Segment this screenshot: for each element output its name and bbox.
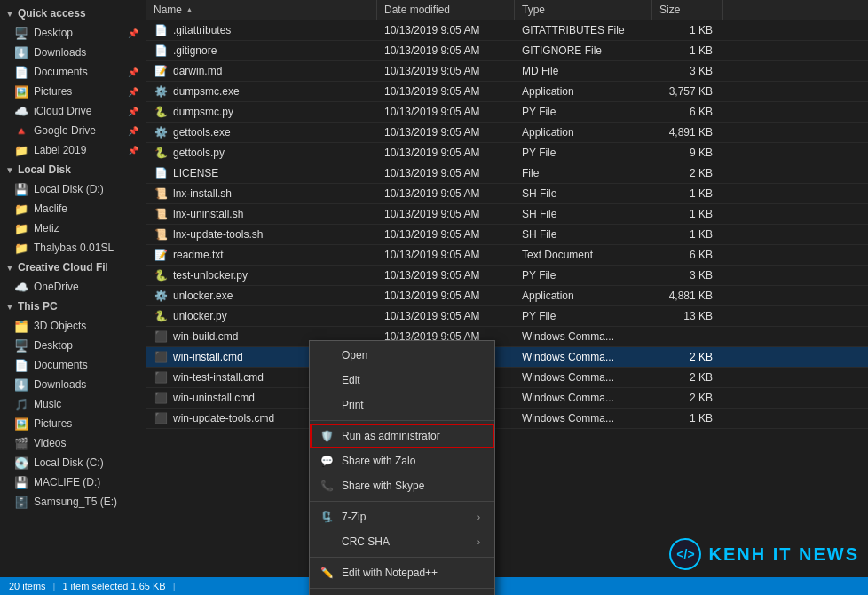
- sidebar-item-downloads-pc[interactable]: ⬇️ Downloads: [0, 375, 146, 394]
- sidebar-item-desktop-qa[interactable]: 🖥️ Desktop 📌: [0, 23, 146, 43]
- file-type-icon: ⚙️: [154, 289, 168, 303]
- sidebar-item-onedrive[interactable]: ☁️ OneDrive: [0, 277, 146, 297]
- context-menu-item-share-with-skype[interactable]: 📞Share with Skype: [310, 473, 494, 498]
- sidebar-item-documents-qa[interactable]: 📄 Documents 📌: [0, 62, 146, 82]
- this-pc-header[interactable]: ▼ This PC: [0, 297, 146, 316]
- table-row[interactable]: ⬛ win-update-tools.cmd 10/13/2019 9:05 A…: [146, 409, 868, 429]
- ctx-icon: [319, 347, 335, 363]
- file-size-cell: 3 KB: [652, 268, 723, 282]
- file-name: gettools.exe: [173, 126, 231, 139]
- table-row[interactable]: ⚙️ dumpsmc.exe 10/13/2019 9:05 AM Applic…: [146, 82, 868, 102]
- file-type-cell: Windows Comma...: [515, 411, 652, 425]
- file-size-cell: 2 KB: [652, 350, 723, 364]
- sidebar-item-pictures-qa[interactable]: 🖼️ Pictures 📌: [0, 82, 146, 101]
- file-name: win-update-tools.cmd: [173, 412, 274, 424]
- sidebar-item-samsung[interactable]: 🗄️ Samsung_T5 (E:): [0, 492, 146, 512]
- sidebar-item-maclife-d[interactable]: 💾 MACLIFE (D:): [0, 472, 146, 492]
- sidebar-item-gdrive[interactable]: 🔺 Google Drive 📌: [0, 121, 146, 140]
- table-row[interactable]: 📝 darwin.md 10/13/2019 9:05 AM MD File 3…: [146, 61, 868, 82]
- sidebar-item-3dobjects[interactable]: 🗂️ 3D Objects: [0, 316, 146, 336]
- table-row[interactable]: ⬛ win-test-install.cmd 10/13/2019 9:05 A…: [146, 368, 868, 388]
- table-row[interactable]: ⬛ win-install.cmd 10/13/2019 9:05 AM Win…: [146, 347, 868, 368]
- sidebar-item-thalybas[interactable]: 📁 Thalybas 0.01SL: [0, 238, 146, 258]
- file-type-icon: 📜: [154, 186, 168, 201]
- col-header-type[interactable]: Type: [515, 0, 652, 20]
- file-type-icon: ⬛: [154, 329, 168, 344]
- file-type-icon: 📝: [154, 248, 168, 262]
- sidebar-item-icloud[interactable]: ☁️ iCloud Drive 📌: [0, 101, 146, 121]
- sidebar-item-documents-pc[interactable]: 📄 Documents: [0, 355, 146, 375]
- file-type-icon: ⬛: [154, 391, 168, 405]
- sidebar-item-metiz[interactable]: 📁 Metiz: [0, 218, 146, 238]
- table-row[interactable]: ⚙️ unlocker.exe 10/13/2019 9:05 AM Appli…: [146, 286, 868, 306]
- ctx-divider: [310, 588, 494, 589]
- table-row[interactable]: 🐍 unlocker.py 10/13/2019 9:05 AM PY File…: [146, 306, 868, 327]
- separator1: |: [53, 581, 56, 591]
- context-menu-item-print[interactable]: Print: [310, 393, 494, 417]
- table-row[interactable]: 🐍 test-unlocker.py 10/13/2019 9:05 AM PY…: [146, 266, 868, 286]
- file-size-cell: 13 KB: [652, 309, 723, 323]
- sidebar-item-music[interactable]: 🎵 Music: [0, 394, 146, 414]
- table-row[interactable]: ⚙️ gettools.exe 10/13/2019 9:05 AM Appli…: [146, 123, 868, 143]
- ctx-icon: [319, 372, 335, 388]
- ctx-label: Open: [342, 349, 367, 361]
- docs-pc-icon: 📄: [14, 358, 28, 372]
- file-type-icon: ⬛: [154, 411, 168, 425]
- table-row[interactable]: ⬛ win-uninstall.cmd 10/13/2019 9:05 AM W…: [146, 388, 868, 409]
- table-row[interactable]: 📝 readme.txt 10/13/2019 9:05 AM Text Doc…: [146, 245, 868, 266]
- context-menu-item-share[interactable]: 🔗Share: [310, 591, 494, 595]
- context-menu-item-open[interactable]: Open: [310, 343, 494, 368]
- file-name: win-install.cmd: [173, 351, 243, 363]
- file-type-icon: 📄: [154, 23, 168, 37]
- sidebar-item-label2019[interactable]: 📁 Label 2019 📌: [0, 140, 146, 160]
- file-date-cell: 10/13/2019 9:05 AM: [377, 207, 515, 221]
- local-disk-header[interactable]: ▼ Local Disk: [0, 160, 146, 179]
- sidebar-item-local-d[interactable]: 💾 Local Disk (D:): [0, 179, 146, 199]
- 3d-icon: 🗂️: [14, 319, 28, 333]
- table-row[interactable]: 📜 lnx-update-tools.sh 10/13/2019 9:05 AM…: [146, 225, 868, 245]
- sidebar-item-local-c[interactable]: 💽 Local Disk (C:): [0, 453, 146, 472]
- table-row[interactable]: 📄 .gitattributes 10/13/2019 9:05 AM GITA…: [146, 20, 868, 41]
- table-row[interactable]: 📄 LICENSE 10/13/2019 9:05 AM File 2 KB: [146, 163, 868, 184]
- table-row[interactable]: 📜 lnx-install.sh 10/13/2019 9:05 AM SH F…: [146, 184, 868, 204]
- context-menu-item-7-zip[interactable]: 🗜️7-Zip›: [310, 504, 494, 529]
- creative-cloud-header[interactable]: ▼ Creative Cloud Fil: [0, 258, 146, 277]
- sidebar-item-pictures-pc[interactable]: 🖼️ Pictures: [0, 414, 146, 433]
- file-type-cell: PY File: [515, 309, 652, 323]
- table-row[interactable]: 📄 .gitignore 10/13/2019 9:05 AM GITIGNOR…: [146, 41, 868, 61]
- table-row[interactable]: 🐍 gettools.py 10/13/2019 9:05 AM PY File…: [146, 143, 868, 163]
- file-size-cell: 4,891 KB: [652, 125, 723, 139]
- file-size-cell: 1 KB: [652, 227, 723, 242]
- content-area: Name ▲ Date modified Type Size 📄 .gitatt…: [146, 0, 868, 577]
- context-menu-item-edit-with-notepad[interactable]: ✏️Edit with Notepad++: [310, 560, 494, 585]
- table-row[interactable]: 📜 lnx-uninstall.sh 10/13/2019 9:05 AM SH…: [146, 204, 868, 225]
- col-header-size[interactable]: Size: [652, 0, 723, 20]
- sidebar-item-downloads-qa[interactable]: ⬇️ Downloads: [0, 43, 146, 62]
- documents-icon: 📄: [14, 65, 28, 79]
- file-type-icon: 📜: [154, 227, 168, 242]
- context-menu-item-edit[interactable]: Edit: [310, 368, 494, 393]
- sidebar-item-desktop-pc[interactable]: 🖥️ Desktop: [0, 336, 146, 355]
- file-type-cell: Windows Comma...: [515, 391, 652, 405]
- ctx-divider: [310, 501, 494, 502]
- sidebar-item-videos[interactable]: 🎬 Videos: [0, 433, 146, 453]
- context-menu: OpenEditPrint🛡️Run as administrator💬Shar…: [309, 340, 495, 595]
- context-menu-item-crc-sha[interactable]: CRC SHA›: [310, 529, 494, 554]
- file-name: readme.txt: [173, 249, 224, 261]
- quick-access-header[interactable]: ▼ Quick access: [0, 4, 146, 23]
- pin-icon: 📌: [128, 28, 138, 38]
- table-row[interactable]: ⬛ win-build.cmd 10/13/2019 9:05 AM Windo…: [146, 327, 868, 347]
- sidebar-item-maclife[interactable]: 📁 Maclife: [0, 199, 146, 218]
- file-date-cell: 10/13/2019 9:05 AM: [377, 186, 515, 201]
- file-date-cell: 10/13/2019 9:05 AM: [377, 227, 515, 242]
- file-type-cell: PY File: [515, 105, 652, 119]
- context-menu-item-run-as-administrator[interactable]: 🛡️Run as administrator: [310, 424, 494, 448]
- col-header-date[interactable]: Date modified: [377, 0, 515, 20]
- file-date-cell: 10/13/2019 9:05 AM: [377, 23, 515, 37]
- file-type-cell: Windows Comma...: [515, 350, 652, 364]
- table-row[interactable]: 🐍 dumpsmc.py 10/13/2019 9:05 AM PY File …: [146, 102, 868, 123]
- context-menu-item-share-with-zalo[interactable]: 💬Share with Zalo: [310, 448, 494, 473]
- file-type-icon: 🐍: [154, 146, 168, 160]
- ctx-divider: [310, 557, 494, 558]
- col-header-name[interactable]: Name ▲: [146, 0, 377, 20]
